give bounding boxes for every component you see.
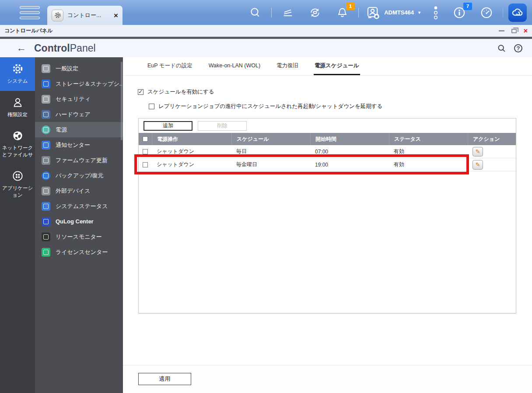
postpone-label: レプリケーションジョブの進行中にスケジュールされた再起動/シャットダウンを延期す… [158, 103, 382, 110]
menu-item-power[interactable]: 電源 [35, 122, 123, 137]
storage-icon [42, 80, 50, 88]
tab-label: コントロー... [67, 11, 110, 19]
row-checkbox[interactable] [143, 162, 148, 167]
cell-status: 有効 [389, 158, 468, 171]
notification-center-icon [42, 141, 50, 150]
menu-label: リソースモニター [56, 233, 102, 241]
external-device-sync-icon[interactable] [308, 5, 322, 20]
more-options-icon[interactable] [432, 5, 440, 20]
add-button[interactable]: 追加 [144, 121, 192, 131]
postpone-checkbox[interactable] [149, 104, 154, 109]
resource-monitor-icon [42, 233, 50, 241]
tab-strip: EuP モードの設定 Wake-on-LAN (WOL) 電力復旧 電源スケジュ… [123, 57, 532, 76]
title-light: Panel [70, 42, 96, 54]
general-settings-icon [42, 64, 50, 73]
menu-label: バックアップ/復元 [56, 172, 103, 180]
panel-search-icon[interactable] [497, 44, 506, 53]
title-bold: Control [34, 42, 70, 54]
menu-item-resource-monitor[interactable]: リソースモニター [35, 229, 123, 244]
row-checkbox[interactable] [143, 149, 148, 154]
minimize-icon[interactable] [499, 30, 504, 31]
cell-power-action: シャットダウン [152, 145, 231, 158]
control-panel-header: ← ControlPanel ? [0, 39, 532, 57]
menu-item-hardware[interactable]: ハードウェア [35, 107, 123, 122]
menu-item-storage-snapshots[interactable]: ストレージ＆スナップシ... [35, 76, 123, 91]
sidebar-item-system[interactable]: システム [0, 57, 35, 91]
tab-wake-on-lan[interactable]: Wake-on-LAN (WOL) [208, 57, 261, 75]
table-row-highlighted: シャットダウン 毎金曜日 19:00 有効 ✎ [139, 158, 516, 171]
sidebar-item-network[interactable]: ネットワークとファイルサ [0, 124, 35, 164]
myqnapcloud-icon[interactable] [508, 3, 527, 22]
divider [271, 8, 272, 17]
power-settings-content: EuP モードの設定 Wake-on-LAN (WOL) 電力復旧 電源スケジュ… [123, 57, 532, 393]
dashboard-gauge-icon[interactable] [479, 5, 494, 20]
cat-label: アプリケーション [1, 185, 34, 198]
cell-start-time: 07:00 [310, 145, 389, 158]
system-status-icon [42, 202, 50, 211]
gear-icon [52, 10, 63, 21]
qts-desktop: コントロー... × [0, 0, 532, 393]
background-tasks-icon[interactable] [280, 5, 295, 20]
cell-schedule: 毎金曜日 [231, 158, 310, 171]
menu-label: ストレージ＆スナップシ... [56, 80, 124, 88]
cat-label: システム [7, 78, 28, 85]
menu-item-notification-center[interactable]: 通知センター [35, 137, 123, 153]
notifications-bell-icon[interactable]: 1 [335, 5, 350, 20]
category-sidebar: システム 権限設定 ネットワークとファイルサ [0, 57, 35, 393]
search-icon[interactable] [248, 5, 262, 20]
divider [358, 8, 359, 17]
close-icon[interactable]: × [524, 28, 528, 35]
menu-label: QuLog Center [56, 218, 94, 225]
menu-item-external-device[interactable]: 外部デバイス [35, 183, 123, 198]
edit-icon[interactable]: ✎ [472, 160, 483, 170]
back-arrow-icon[interactable]: ← [17, 42, 26, 54]
cell-power-action: シャットダウン [152, 158, 231, 171]
tab-close-icon[interactable]: × [114, 12, 118, 19]
control-panel-tab[interactable]: コントロー... × [47, 6, 122, 25]
user-menu[interactable]: ADMTS464 ▼ [366, 5, 421, 20]
window-title-bar: コントロールパネル × [0, 25, 532, 37]
security-lock-icon [42, 95, 50, 104]
menu-label: セキュリティ [56, 95, 91, 103]
help-icon[interactable]: ? [514, 44, 522, 52]
footer-bar: 適用 [123, 365, 532, 393]
cat-label: ネットワークとファイルサ [1, 145, 34, 158]
sidebar-item-privilege[interactable]: 権限設定 [0, 91, 35, 125]
license-center-icon [42, 248, 50, 257]
col-start-time: 開始時間 [310, 133, 389, 145]
delete-button[interactable]: 削除 [198, 121, 247, 131]
notification-count-badge: 1 [346, 3, 355, 10]
main-menu-icon[interactable] [20, 6, 40, 19]
postpone-option: レプリケーションジョブの進行中にスケジュールされた再起動/シャットダウンを延期す… [149, 103, 382, 110]
apps-grid-icon [12, 170, 24, 182]
menu-label: ライセンスセンター [56, 248, 108, 256]
menu-item-backup-restore[interactable]: バックアップ/復元 [35, 168, 123, 183]
menu-item-security[interactable]: セキュリティ [35, 91, 123, 107]
tab-power-recovery[interactable]: 電力復旧 [276, 57, 299, 75]
menu-item-firmware-update[interactable]: ファームウェア更新 [35, 153, 123, 168]
select-all-checkbox[interactable] [143, 136, 148, 142]
cat-label: 権限設定 [7, 111, 28, 118]
globe-icon [12, 130, 24, 142]
enable-schedule-label: スケジュールを有効にする [147, 88, 214, 96]
menu-item-system-status[interactable]: システムステータス [35, 198, 123, 214]
system-info-icon[interactable]: 7 [452, 5, 467, 20]
menu-label: ハードウェア [56, 111, 91, 118]
schedule-table-panel: 追加 削除 電源操作 スケジュール 開始時間 ステータス アクション シャットダ… [138, 118, 516, 313]
tab-eup-mode[interactable]: EuP モードの設定 [147, 57, 193, 75]
menu-item-general-settings[interactable]: 一般設定 [35, 61, 123, 76]
sidebar-item-applications[interactable]: アプリケーション [0, 164, 35, 205]
menu-item-license-center[interactable]: ライセンスセンター [35, 244, 123, 260]
page-title: ControlPanel [34, 42, 96, 54]
window-title: コントロールパネル [4, 27, 52, 35]
tab-power-schedule[interactable]: 電源スケジュール [314, 57, 360, 75]
edit-icon[interactable]: ✎ [472, 147, 483, 157]
enable-schedule-checkbox[interactable] [138, 89, 144, 95]
apply-button[interactable]: 適用 [138, 373, 191, 385]
info-count-badge: 7 [463, 3, 472, 10]
divider [503, 8, 503, 17]
menu-item-qulog-center[interactable]: QuLog Center [35, 214, 123, 229]
menu-label: ファームウェア更新 [56, 157, 108, 164]
restore-icon[interactable] [511, 29, 517, 33]
top-bar: コントロー... × [0, 0, 532, 25]
